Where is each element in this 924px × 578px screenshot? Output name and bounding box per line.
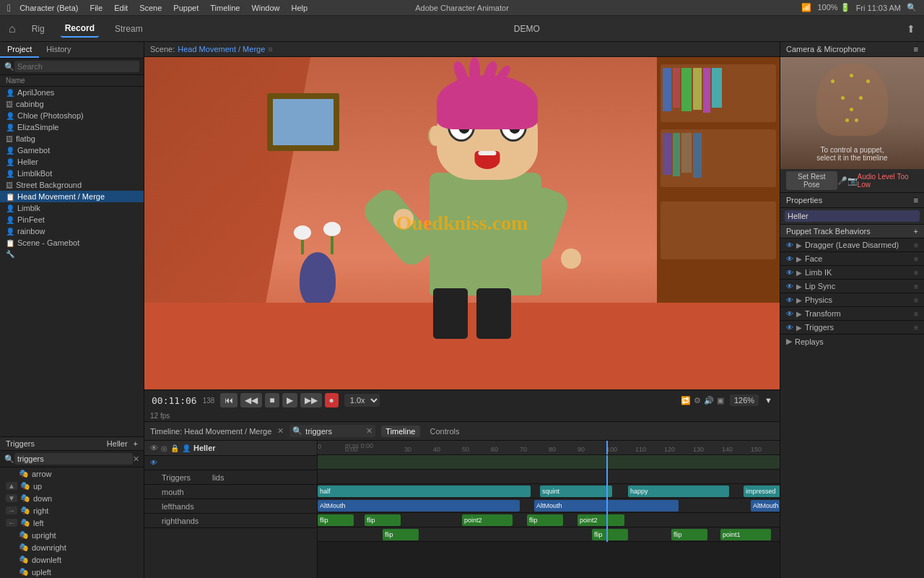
tab-record[interactable]: Record: [61, 20, 99, 38]
clip-altmouth-1[interactable]: AltMouth: [318, 500, 520, 512]
menu-app-name[interactable]: Character (Beta): [17, 4, 81, 12]
menu-puppet[interactable]: Puppet: [170, 4, 201, 12]
puppet-track-add-icon[interactable]: +: [914, 227, 918, 236]
behavior-menu-icon[interactable]: ≡: [914, 296, 918, 304]
behavior-eye-icon[interactable]: 👁: [786, 269, 793, 277]
behavior-row-physics[interactable]: 👁 ▶ Physics ≡: [780, 293, 924, 307]
list-item[interactable]: 👤AprilJones: [0, 87, 144, 98]
behavior-eye-icon[interactable]: 👁: [786, 310, 793, 318]
menu-scene[interactable]: Scene: [136, 4, 165, 12]
trigger-item-up[interactable]: ▲🎭up: [0, 480, 144, 492]
timeline-clear-icon[interactable]: ✕: [366, 426, 372, 436]
properties-menu-icon[interactable]: ≡: [914, 196, 918, 204]
record-btn[interactable]: ●: [325, 393, 339, 407]
menu-edit[interactable]: Edit: [111, 4, 131, 12]
project-search[interactable]: 🔍: [0, 59, 144, 75]
list-item[interactable]: 🔧: [0, 249, 144, 259]
behavior-eye-icon[interactable]: 👁: [786, 296, 793, 304]
list-item[interactable]: 📋Scene - Gamebot: [0, 237, 144, 249]
scene-path-link[interactable]: Head Movement / Merge: [178, 45, 265, 53]
clip-squint-1[interactable]: squint: [540, 486, 612, 497]
behavior-eye-icon[interactable]: 👁: [786, 282, 793, 290]
tab-rig[interactable]: Rig: [27, 21, 49, 37]
trigger-item-downright[interactable]: 🎭downright: [0, 541, 144, 553]
clip-happy[interactable]: happy: [628, 486, 729, 497]
list-item[interactable]: 🖼cabinbg: [0, 98, 144, 110]
behavior-menu-icon[interactable]: ≡: [914, 282, 918, 290]
behavior-row-lip-sync[interactable]: 👁 ▶ Lip Sync ≡: [780, 280, 924, 293]
project-search-input[interactable]: [14, 61, 139, 72]
solo-icon[interactable]: ◎: [161, 444, 167, 452]
replays-expand-icon[interactable]: ▶: [786, 337, 792, 346]
scene-menu-icon[interactable]: ≡: [268, 45, 272, 53]
step-forward-btn[interactable]: ▶▶: [300, 393, 322, 407]
stop-btn[interactable]: ■: [265, 393, 279, 407]
behavior-expand-icon[interactable]: ▶: [796, 324, 802, 332]
tab-project[interactable]: Project: [0, 42, 39, 58]
behavior-eye-icon[interactable]: 👁: [786, 255, 793, 263]
behavior-row-triggers[interactable]: 👁 ▶ Triggers ≡: [780, 321, 924, 335]
list-item[interactable]: 🖼flatbg: [0, 133, 144, 144]
list-item[interactable]: 👤ElizaSimple: [0, 121, 144, 133]
trigger-item-upleft[interactable]: 🎭upleft: [0, 566, 144, 578]
behavior-expand-icon[interactable]: ▶: [796, 310, 802, 318]
triggers-search-input[interactable]: [14, 453, 133, 465]
list-item-selected[interactable]: 📋Head Movement / Merge: [0, 191, 144, 202]
behavior-row-transform[interactable]: 👁 ▶ Transform ≡: [780, 307, 924, 321]
tab-controls[interactable]: Controls: [426, 426, 464, 437]
behavior-menu-icon[interactable]: ≡: [914, 310, 918, 318]
trigger-item-left[interactable]: ←🎭left: [0, 517, 144, 529]
settings-icon[interactable]: ⚙: [694, 396, 701, 405]
list-item[interactable]: 👤LimblkBot: [0, 168, 144, 179]
clip-flip-3[interactable]: flip: [527, 514, 563, 526]
clip-flip-rh-2[interactable]: flip: [592, 529, 628, 540]
replays-row[interactable]: ▶ Replays: [780, 335, 924, 348]
tab-history[interactable]: History: [39, 42, 78, 58]
apple-icon[interactable]: : [7, 2, 11, 14]
tab-stream[interactable]: Stream: [110, 21, 147, 37]
audio-icon[interactable]: 🔊: [704, 396, 714, 405]
behavior-menu-icon[interactable]: ≡: [914, 324, 918, 332]
trigger-item-downleft[interactable]: 🎭downleft: [0, 553, 144, 566]
behavior-row-face[interactable]: 👁 ▶ Face ≡: [780, 252, 924, 266]
timeline-close-icon[interactable]: ✕: [277, 426, 284, 436]
behavior-expand-icon[interactable]: ▶: [796, 296, 802, 304]
clip-flip-rh-3[interactable]: flip: [671, 529, 707, 540]
clip-point2-1[interactable]: point2: [462, 514, 513, 526]
trigger-item-upright[interactable]: 🎭upright: [0, 529, 144, 541]
behavior-eye-icon[interactable]: 👁: [786, 241, 793, 249]
triggers-add-icon[interactable]: +: [134, 439, 138, 448]
menu-window[interactable]: Window: [248, 4, 282, 12]
share-icon[interactable]: ⬆: [907, 23, 915, 35]
clip-altmouth-3[interactable]: AltMouth: [751, 500, 780, 512]
home-icon[interactable]: ⌂: [9, 22, 16, 35]
loop-icon[interactable]: 🔁: [681, 396, 691, 405]
view-icon[interactable]: ▣: [717, 396, 724, 405]
clear-triggers-icon[interactable]: ✕: [133, 454, 139, 464]
behavior-menu-icon[interactable]: ≡: [914, 269, 918, 277]
clip-flip-rh-1[interactable]: flip: [383, 529, 419, 540]
camera-menu-icon[interactable]: ≡: [914, 45, 918, 53]
camera-icon[interactable]: 📷: [847, 176, 858, 186]
behavior-menu-icon[interactable]: ≡: [914, 241, 918, 249]
lock-icon[interactable]: 🔒: [170, 444, 179, 452]
clip-impressed-1[interactable]: impressed: [744, 486, 780, 497]
zoom-dropdown-icon[interactable]: ▼: [764, 396, 772, 405]
skip-to-start-btn[interactable]: ⏮: [220, 393, 237, 407]
trigger-item-down[interactable]: ▼🎭down: [0, 492, 144, 504]
clip-point2-2[interactable]: point2: [578, 514, 624, 526]
clip-flip-2[interactable]: flip: [365, 514, 401, 526]
play-btn[interactable]: ▶: [282, 393, 297, 407]
list-item[interactable]: 👤Heller: [0, 156, 144, 168]
menu-help[interactable]: Help: [289, 4, 311, 12]
behavior-eye-icon[interactable]: 👁: [786, 324, 793, 332]
menu-timeline[interactable]: Timeline: [207, 4, 243, 12]
clip-flip-1[interactable]: flip: [318, 514, 354, 526]
zoom-level[interactable]: 126%: [730, 394, 759, 406]
search-icon[interactable]: 🔍: [907, 3, 917, 12]
behavior-row-limb-ik[interactable]: 👁 ▶ Limb IK ≡: [780, 266, 924, 280]
list-item[interactable]: 👤PinFeet: [0, 214, 144, 225]
behavior-menu-icon[interactable]: ≡: [914, 255, 918, 263]
step-back-btn[interactable]: ◀◀: [240, 393, 262, 407]
speed-selector[interactable]: 1.0x: [344, 394, 380, 407]
